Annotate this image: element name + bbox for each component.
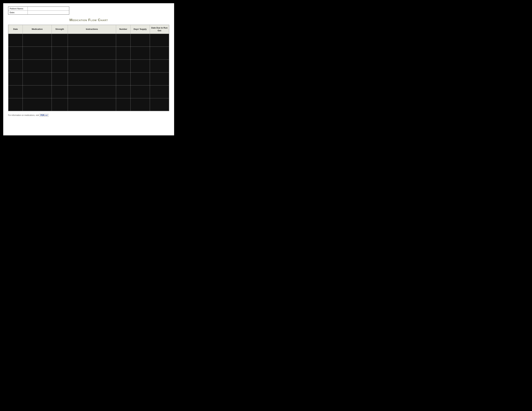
table-cell xyxy=(130,34,150,47)
table-row xyxy=(8,59,169,72)
patient-name-label: Patient Name: xyxy=(8,7,28,10)
col-header-instructions: Instructions xyxy=(68,25,116,34)
pdr-logo: PDR.net xyxy=(39,114,48,117)
pdr-brand-text: PDR xyxy=(40,114,44,116)
patient-name-value xyxy=(28,8,66,9)
table-cell xyxy=(116,34,131,47)
table-cell xyxy=(150,34,169,47)
table-cell xyxy=(68,85,116,98)
table-row xyxy=(8,72,169,85)
col-header-strength: Strength xyxy=(52,25,68,34)
table-cell xyxy=(150,85,169,98)
table-cell xyxy=(68,34,116,47)
patient-info-section: Patient Name: Date: xyxy=(8,6,69,15)
table-cell xyxy=(116,85,131,98)
page-container: Patient Name: Date: Medication Flow Char… xyxy=(3,3,174,135)
col-header-days-supply: Days’ Supply xyxy=(130,25,150,34)
col-header-date: Date xyxy=(8,25,23,34)
footer: For information on medications, visit PD… xyxy=(8,114,169,117)
table-cell xyxy=(68,98,116,111)
table-cell xyxy=(52,72,68,85)
table-cell xyxy=(68,72,116,85)
table-cell xyxy=(150,47,169,59)
table-cell xyxy=(23,59,52,72)
table-cell xyxy=(68,59,116,72)
table-cell xyxy=(52,47,68,59)
patient-name-row: Patient Name: xyxy=(8,7,69,11)
table-cell xyxy=(8,98,23,111)
col-header-medication: Medication xyxy=(23,25,52,34)
pdr-net-text: net xyxy=(45,114,48,116)
chart-title: Medication Flow Chart xyxy=(8,18,169,22)
footer-text: For information on medications, visit xyxy=(8,114,39,116)
patient-date-value xyxy=(28,12,66,13)
patient-date-label: Date: xyxy=(8,11,28,14)
table-cell xyxy=(116,59,131,72)
table-cell xyxy=(130,59,150,72)
table-cell xyxy=(130,85,150,98)
table-cell xyxy=(116,98,131,111)
col-header-date-due: Date Due to Run Out xyxy=(150,25,169,34)
table-header-row: Date Medication Strength Instructions Nu… xyxy=(8,25,169,34)
table-cell xyxy=(150,59,169,72)
patient-date-row: Date: xyxy=(8,11,69,14)
table-cell xyxy=(23,72,52,85)
table-cell xyxy=(130,47,150,59)
table-cell xyxy=(23,47,52,59)
table-cell xyxy=(23,85,52,98)
table-cell xyxy=(116,72,131,85)
table-cell xyxy=(8,72,23,85)
table-cell xyxy=(116,47,131,59)
table-cell xyxy=(130,98,150,111)
table-cell xyxy=(52,59,68,72)
table-row xyxy=(8,34,169,47)
table-cell xyxy=(52,98,68,111)
table-cell xyxy=(130,72,150,85)
table-cell xyxy=(150,72,169,85)
table-row xyxy=(8,47,169,59)
table-cell xyxy=(8,85,23,98)
table-cell xyxy=(52,85,68,98)
table-cell xyxy=(68,47,116,59)
table-row xyxy=(8,98,169,111)
table-cell xyxy=(23,34,52,47)
table-cell xyxy=(150,98,169,111)
medication-table: Date Medication Strength Instructions Nu… xyxy=(8,25,169,111)
table-cell xyxy=(52,34,68,47)
table-cell xyxy=(23,98,52,111)
table-row xyxy=(8,85,169,98)
col-header-number: Number xyxy=(116,25,131,34)
table-cell xyxy=(8,59,23,72)
table-cell xyxy=(8,34,23,47)
table-cell xyxy=(8,47,23,59)
